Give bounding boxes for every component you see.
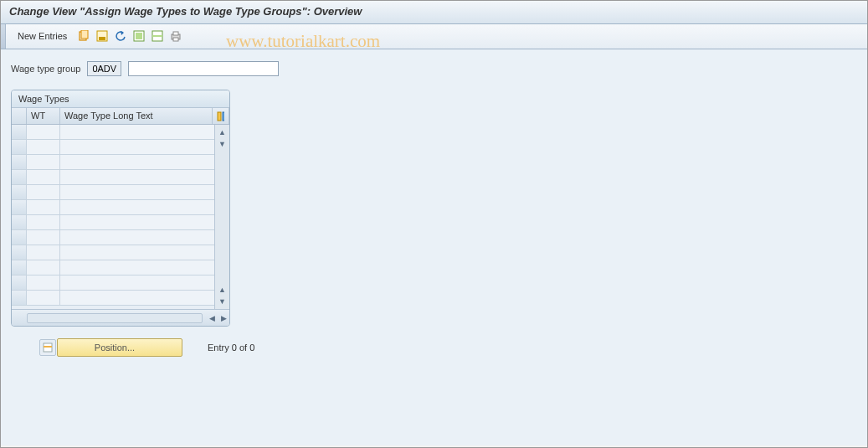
position-label: Position... [95, 342, 135, 353]
row-selector[interactable] [12, 215, 27, 229]
table-row[interactable] [12, 275, 214, 291]
cell-wt[interactable] [27, 245, 60, 260]
rows-area [12, 125, 214, 309]
cell-wt[interactable] [27, 125, 60, 139]
scroll-up-icon[interactable]: ▲ [217, 126, 229, 138]
row-selector[interactable] [12, 200, 27, 214]
new-entries-button[interactable]: New Entries [18, 31, 67, 41]
vertical-scrollbar[interactable]: ▲ ▼ ▲ ▼ [214, 125, 229, 309]
scroll-down-icon[interactable]: ▼ [217, 296, 229, 307]
cell-long-text[interactable] [60, 185, 214, 199]
table-row[interactable] [12, 200, 214, 215]
row-selector[interactable] [12, 125, 27, 139]
row-selector[interactable] [12, 155, 27, 169]
configure-columns-icon[interactable] [213, 108, 229, 124]
wage-types-panel: Wage Types WT Wage Type Long Text ▲ ▼ ▲ … [11, 90, 230, 327]
cell-long-text[interactable] [60, 125, 214, 139]
table-row[interactable] [12, 185, 214, 200]
wage-type-group-label: Wage type group [11, 64, 80, 74]
select-all-icon[interactable] [131, 28, 147, 44]
svg-rect-1 [81, 30, 88, 39]
table-row[interactable] [12, 215, 214, 230]
table-row[interactable] [12, 291, 214, 306]
table-row[interactable] [12, 155, 214, 170]
svg-rect-5 [136, 33, 142, 39]
toolbar-grip [1, 24, 6, 49]
column-wt[interactable]: WT [27, 108, 60, 124]
cell-long-text[interactable] [60, 140, 214, 154]
cell-wt[interactable] [27, 140, 60, 154]
cell-wt[interactable] [27, 291, 60, 305]
table-row[interactable] [12, 170, 214, 185]
row-selector[interactable] [12, 275, 27, 290]
scroll-up-step-icon[interactable]: ▲ [217, 284, 229, 296]
wage-type-group-code: 0ADV [87, 61, 121, 76]
table-row[interactable] [12, 245, 214, 260]
cell-wt[interactable] [27, 155, 60, 169]
undo-icon[interactable] [112, 28, 129, 44]
panel-title: Wage Types [12, 90, 229, 108]
cell-long-text[interactable] [60, 200, 214, 214]
row-selector[interactable] [12, 185, 27, 199]
deselect-all-icon[interactable] [149, 28, 166, 44]
save-variant-icon[interactable] [94, 28, 110, 44]
cell-long-text[interactable] [60, 155, 214, 169]
row-selector[interactable] [12, 245, 27, 260]
cell-wt[interactable] [27, 215, 60, 229]
grid-body: ▲ ▼ ▲ ▼ [12, 125, 229, 309]
row-selector[interactable] [12, 291, 27, 305]
row-selector[interactable] [12, 230, 27, 245]
cell-wt[interactable] [27, 185, 60, 199]
cell-wt[interactable] [27, 200, 60, 214]
toolbar: New Entries [1, 24, 867, 49]
column-long-text[interactable]: Wage Type Long Text [60, 108, 213, 124]
wage-type-group-desc-input[interactable] [128, 61, 279, 76]
svg-rect-7 [152, 35, 162, 37]
wage-type-group-row: Wage type group 0ADV [11, 61, 857, 76]
position-button[interactable]: Position... [57, 338, 182, 357]
row-selector[interactable] [12, 260, 27, 275]
row-selector[interactable] [12, 140, 27, 154]
row-selector[interactable] [12, 170, 27, 184]
cell-long-text[interactable] [60, 260, 214, 275]
cell-long-text[interactable] [60, 170, 214, 184]
panel-footer: ◀ ▶ [12, 309, 229, 326]
copy-icon[interactable] [75, 28, 92, 44]
table-row[interactable] [12, 230, 214, 245]
column-selector[interactable] [12, 108, 27, 124]
entry-counter: Entry 0 of 0 [208, 342, 254, 353]
svg-rect-12 [223, 112, 224, 121]
cell-wt[interactable] [27, 275, 60, 290]
print-icon[interactable] [167, 28, 184, 44]
cell-wt[interactable] [27, 260, 60, 275]
cell-long-text[interactable] [60, 275, 214, 290]
horizontal-scrollbar[interactable] [27, 313, 203, 323]
cell-long-text[interactable] [60, 291, 214, 305]
cell-wt[interactable] [27, 170, 60, 184]
scroll-left-icon[interactable]: ◀ [206, 314, 218, 322]
grid-header: WT Wage Type Long Text [12, 108, 229, 125]
table-row[interactable] [12, 260, 214, 275]
svg-rect-14 [44, 346, 52, 348]
page-title: Change View "Assign Wage Types to Wage T… [1, 1, 867, 24]
svg-rect-3 [99, 37, 105, 40]
position-icon [39, 339, 56, 356]
content-area: Wage type group 0ADV Wage Types WT Wage … [1, 49, 867, 445]
svg-rect-9 [173, 32, 178, 35]
svg-rect-10 [173, 38, 178, 41]
scroll-right-icon[interactable]: ▶ [218, 314, 229, 322]
cell-long-text[interactable] [60, 215, 214, 229]
table-row[interactable] [12, 125, 214, 140]
cell-wt[interactable] [27, 230, 60, 245]
cell-long-text[interactable] [60, 245, 214, 260]
svg-rect-11 [218, 112, 221, 121]
table-row[interactable] [12, 140, 214, 155]
bottom-row: Position... Entry 0 of 0 [57, 338, 857, 357]
scroll-down-step-icon[interactable]: ▼ [217, 138, 229, 150]
cell-long-text[interactable] [60, 230, 214, 245]
